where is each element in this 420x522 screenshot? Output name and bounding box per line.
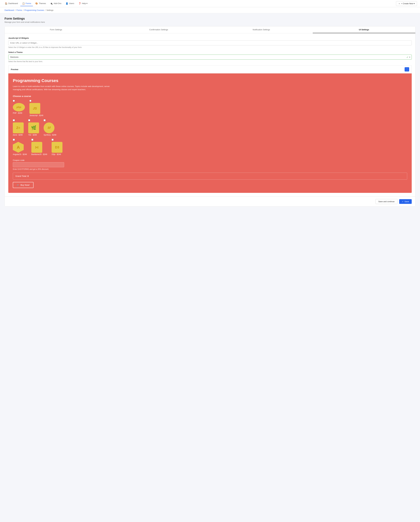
nav-item-help[interactable]: ❓ Help ▾ [77,1,89,6]
coupon-input[interactable] [13,162,64,167]
course-js-radio[interactable] [29,100,31,102]
page-subtitle: Manage your form and email notifications… [5,21,415,23]
preview-expand-button[interactable]: ⛶ [404,67,409,71]
nav-label-users: Users [69,2,74,5]
tab-form-settings[interactable]: Form Settings [5,26,107,33]
course-backbonejs: ⋈ BackboneJS - $249 [31,139,47,155]
course-d3js-checkbox[interactable] [52,139,54,141]
nav-label-forms: Forms [26,2,31,5]
ui-settings-content: JavaScript UI Widgets Select the UI Widg… [5,33,415,196]
cart-icon: 🛒 [17,184,19,186]
preview-form-title: Programming Courses [13,78,407,83]
breadcrumb-sep-2: / [23,9,23,11]
footer-actions: Save and continue ✓ Save [5,196,415,207]
nav-item-users[interactable]: 👤 Users [64,1,76,6]
course-php-radio[interactable] [13,100,15,102]
course-symfony-label: Symfony - $299 [44,134,56,136]
course-yii2: 🌿 Yii2 - $299 [28,119,39,136]
help-icon: ❓ [78,2,81,5]
nav-label-addons: Add-Ons [54,2,61,5]
form-preview-area: Programming Courses Learn to code or bui… [8,73,412,193]
course-backbonejs-checkbox[interactable] [31,139,33,141]
choose-course-label: Choose a course [13,95,407,97]
courses-row-1: php PHP - $299 JS Javascript - $249 [13,100,407,116]
course-php-label: PHP - $299 [13,112,22,114]
tabs: Form Settings Confirmation Settings Noti… [5,26,415,33]
preview-title: Preview [11,68,18,70]
coupon-hint: Enter EASYFORMS and get a 35% discount. [13,168,407,170]
js-widgets-input[interactable] [8,40,412,45]
create-new-label: + Create New ▾ [401,2,415,5]
breadcrumb-sep-1: / [15,9,16,11]
create-new-button[interactable]: ＋ + Create New ▾ [396,1,417,6]
nav-label-themes: Themes [39,2,46,5]
courses-row-2: Z≡ Zend - $299 🌿 Yii2 - $299 Sf [13,119,407,136]
nav-item-themes[interactable]: 🎨 Themes [33,1,48,6]
themes-icon: 🎨 [35,2,38,5]
coupon-label: Coupon code [13,159,407,161]
nav-item-addons[interactable]: 🔌 Add-Ons [48,1,63,6]
tab-ui-settings[interactable]: UI Settings [313,26,415,33]
expand-icon: ⛶ [406,68,408,70]
course-backbonejs-label: BackboneJS - $249 [31,153,47,155]
symfony-logo: Sf [44,123,54,133]
theme-select-wrapper: DevIcons ✓ ▾ [8,54,412,60]
js-text: JS [33,107,37,110]
breadcrumb-programming-courses[interactable]: Programming Courses [24,9,44,11]
save-button[interactable]: ✓ Save [399,199,412,204]
save-continue-label: Save and continue [378,200,395,203]
php-text: php [16,106,21,109]
course-yii2-label: Yii2 - $299 [28,134,37,136]
d3-logo: D3 [52,142,62,153]
breadcrumb: Dashboard / Forms / Programming Courses … [0,7,420,13]
course-js-label: Javascript - $249 [29,115,43,116]
select-theme-helper: Select the theme that fits best to your … [8,61,412,62]
backbone-logo: ⋈ [31,142,42,153]
save-check-icon: ✓ [402,200,404,203]
js-widgets-helper: Select the UI Widget or enter the URL to… [8,46,412,48]
theme-select[interactable]: DevIcons [8,54,412,60]
course-angularjs-checkbox[interactable] [13,139,15,141]
plus-icon: ＋ [398,2,400,5]
course-d3js: D3 D3js - $249 [52,139,62,155]
nav-item-forms[interactable]: 📋 Forms [20,1,33,6]
addons-icon: 🔌 [50,2,53,5]
select-theme-label: Select a Theme [8,51,412,53]
js-widgets-label: JavaScript UI Widgets [8,37,412,39]
js-widgets-section: JavaScript UI Widgets Select the UI Widg… [8,37,412,48]
top-navigation: 🏠 Dashboard 📋 Forms 🎨 Themes 🔌 Add-Ons 👤… [0,0,420,7]
course-angularjs-label: AngularJS - $249 [13,153,27,155]
angular-logo: A [13,142,24,153]
nav-item-dashboard[interactable]: 🏠 Dashboard [3,1,20,6]
breadcrumb-sep-3: / [45,9,46,11]
forms-icon: 📋 [22,2,25,5]
grand-total-label: Grand Total: [16,175,27,177]
main-content: Form Settings Manage your form and email… [0,13,420,210]
coupon-section: Coupon code Enter EASYFORMS and get a 35… [13,159,407,170]
course-javascript: JS Javascript - $249 [29,100,43,116]
home-icon: 🏠 [5,2,8,5]
tab-notification-settings[interactable]: Notification Settings [210,26,313,33]
settings-card: Form Settings Confirmation Settings Noti… [5,26,415,207]
nav-label-help: Help ▾ [82,2,87,5]
page-title: Form Settings [5,17,415,20]
course-d3js-label: D3js - $249 [52,153,61,155]
zend-logo: Z≡ [13,123,24,133]
buy-now-label: Buy Now! [21,184,30,186]
breadcrumb-dashboard[interactable]: Dashboard [5,9,14,11]
course-yii2-checkbox[interactable] [28,119,30,121]
save-label: Save [404,200,409,203]
breadcrumb-forms[interactable]: Forms [16,9,22,11]
course-angularjs: A AngularJS - $249 [13,139,27,155]
nav-label-dashboard: Dashboard [8,2,18,5]
preview-section: Preview ⛶ Programming Courses Learn to c… [8,65,412,193]
course-zend-checkbox[interactable] [13,119,15,121]
nav-items: 🏠 Dashboard 📋 Forms 🎨 Themes 🔌 Add-Ons 👤… [3,1,396,6]
breadcrumb-current: Settings [46,9,53,11]
buy-now-button[interactable]: 🛒 Buy Now! [13,182,33,188]
tab-confirmation-settings[interactable]: Confirmation Settings [107,26,210,33]
yii2-logo: 🌿 [28,123,39,133]
course-zend: Z≡ Zend - $299 [13,119,24,136]
save-and-continue-button[interactable]: Save and continue [375,199,397,204]
course-symfony-checkbox[interactable] [44,119,46,121]
